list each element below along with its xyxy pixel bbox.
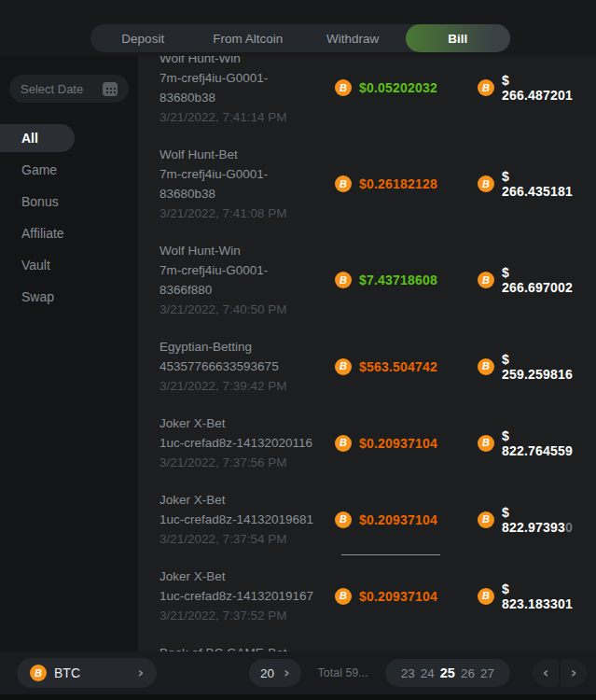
transaction-amount-cell: B$563.504742 xyxy=(335,358,478,375)
filter-list: AllGameBonusAffiliateVaultSwap xyxy=(0,124,138,311)
bitcoin-icon: B xyxy=(335,79,352,96)
tab-bill[interactable]: Bill xyxy=(406,24,511,52)
transaction-balance: $ 259.259816 xyxy=(502,352,583,382)
transaction-balance-cell: B$ 259.259816 xyxy=(478,352,583,382)
select-date-button[interactable]: Select Date xyxy=(9,75,129,103)
bitcoin-icon: B xyxy=(478,588,494,605)
prev-page-button[interactable]: ‹ xyxy=(533,659,559,687)
chevron-left-icon: ‹ xyxy=(543,665,549,680)
top-bar: DepositFrom AltcoinWithdrawBill xyxy=(0,0,596,56)
transaction-name: Joker X-Bet xyxy=(159,567,335,586)
page-number-26[interactable]: 26 xyxy=(461,666,475,680)
transaction-date: 3/21/2022, 7:41:08 PM xyxy=(159,203,335,223)
total-label: Total 59... xyxy=(318,666,368,679)
chevron-right-icon: › xyxy=(137,665,144,680)
bitcoin-icon: B xyxy=(478,511,494,528)
transaction-id: 7m-crefj4iu-G0001- 83680b38 xyxy=(159,164,335,203)
footer-bar: B BTC › 20 › Total 59... 2324252627 ‹ › xyxy=(0,651,596,694)
transaction-name: Wolf Hunt-Win xyxy=(159,56,335,68)
transaction-amount: $0.05202032 xyxy=(359,80,437,95)
sidebar-item-swap[interactable]: Swap xyxy=(0,283,138,311)
main-area: Select Date AllGameBonusAffiliateVaultSw… xyxy=(0,56,596,651)
transaction-list: Wolf Hunt-Win7m-crefj4iu-G0001- 83680b38… xyxy=(159,56,583,651)
transaction-balance: $ 822.973930 xyxy=(502,505,583,535)
select-date-label: Select Date xyxy=(21,82,83,96)
sidebar-item-bonus[interactable]: Bonus xyxy=(0,188,138,216)
page-number-27[interactable]: 27 xyxy=(480,666,494,680)
transaction-info: Joker X-Bet1uc-crefad8z-141320196813/21/… xyxy=(159,490,335,549)
bitcoin-icon: B xyxy=(335,272,352,288)
transaction-amount: $0.20937104 xyxy=(359,436,437,451)
transaction-row: Wolf Hunt-Bet7m-crefj4iu-G0001- 83680b38… xyxy=(159,145,583,223)
transaction-info: Wolf Hunt-Win7m-crefj4iu-G0001- 8366f880… xyxy=(159,241,335,319)
list-divider xyxy=(341,554,440,555)
transaction-info: Egyptian-Betting453577666335936753/21/20… xyxy=(159,337,335,396)
transaction-row: Wolf Hunt-Win7m-crefj4iu-G0001- 83680b38… xyxy=(159,56,583,127)
currency-selector[interactable]: B BTC › xyxy=(17,658,157,688)
page-number-23[interactable]: 23 xyxy=(401,666,415,680)
bitcoin-icon: B xyxy=(478,272,494,288)
sidebar-item-vault[interactable]: Vault xyxy=(0,251,138,279)
transaction-date: 3/21/2022, 7:41:14 PM xyxy=(159,107,335,127)
transaction-balance: $ 822.764559 xyxy=(502,428,583,458)
tab-deposit[interactable]: Deposit xyxy=(90,24,196,52)
page-number-25[interactable]: 25 xyxy=(440,665,455,680)
bitcoin-icon: B xyxy=(335,588,352,605)
sidebar-item-affiliate[interactable]: Affiliate xyxy=(0,219,138,247)
transaction-row: Egyptian-Betting453577666335936753/21/20… xyxy=(159,337,583,396)
page-size-selector[interactable]: 20 › xyxy=(249,659,301,687)
tab-from-altcoin[interactable]: From Altcoin xyxy=(196,24,301,52)
pager-buttons: ‹ › xyxy=(533,659,587,687)
transaction-balance-cell: B$ 266.487201 xyxy=(478,73,583,103)
bitcoin-icon: B xyxy=(478,175,494,192)
next-page-button[interactable]: › xyxy=(561,659,587,687)
transaction-amount: $0.20937104 xyxy=(359,512,437,527)
bill-page: DepositFrom AltcoinWithdrawBill Select D… xyxy=(0,0,596,700)
page-size-value: 20 xyxy=(260,666,274,680)
transaction-balance-cell: B$ 823.183301 xyxy=(478,581,583,611)
tab-bar: DepositFrom AltcoinWithdrawBill xyxy=(90,24,510,52)
bitcoin-icon: B xyxy=(335,511,352,528)
transaction-id: 1uc-crefad8z-14132019681 xyxy=(159,510,335,529)
sidebar: Select Date AllGameBonusAffiliateVaultSw… xyxy=(0,56,138,651)
transaction-id: 7m-crefj4iu-G0001- 83680b38 xyxy=(159,68,335,107)
transaction-name: Book of BC GAME-Bet xyxy=(159,643,335,651)
transaction-amount-cell: B$0.20937104 xyxy=(335,511,478,528)
transaction-balance-cell: B$ 822.973930 xyxy=(478,505,583,535)
transaction-row: Book of BC GAME-Bet xyxy=(159,643,583,651)
transaction-balance-cell: B$ 266.697002 xyxy=(478,265,583,295)
page-number-24[interactable]: 24 xyxy=(421,666,435,680)
transaction-info: Joker X-Bet1uc-crefad8z-141320191673/21/… xyxy=(159,567,335,625)
transaction-balance-dim: 0 xyxy=(565,520,573,535)
pagination: 2324252627 xyxy=(385,659,510,687)
bitcoin-icon: B xyxy=(478,435,494,452)
bitcoin-icon: B xyxy=(335,435,352,452)
transaction-amount-cell: B$0.20937104 xyxy=(335,435,478,452)
transaction-row: Joker X-Bet1uc-crefad8z-141320196813/21/… xyxy=(159,490,583,549)
transaction-id: 1uc-crefad8z-14132020116 xyxy=(159,433,335,453)
sidebar-item-all[interactable]: All xyxy=(0,124,75,152)
transaction-amount: $563.504742 xyxy=(359,359,437,374)
tab-withdraw[interactable]: Withdraw xyxy=(300,24,406,52)
transaction-balance: $ 266.435181 xyxy=(502,169,583,199)
transaction-id: 1uc-crefad8z-14132019167 xyxy=(159,586,335,606)
transaction-panel: Wolf Hunt-Win7m-crefj4iu-G0001- 83680b38… xyxy=(138,56,596,651)
transaction-balance: $ 823.183301 xyxy=(502,581,583,611)
transaction-name: Joker X-Bet xyxy=(159,490,335,510)
bitcoin-icon: B xyxy=(30,665,47,681)
transaction-info: Wolf Hunt-Bet7m-crefj4iu-G0001- 83680b38… xyxy=(159,145,335,223)
transaction-id: 45357766633593675 xyxy=(159,357,335,376)
transaction-name: Joker X-Bet xyxy=(159,413,335,433)
transaction-info: Book of BC GAME-Bet xyxy=(159,643,335,651)
transaction-balance-cell: B$ 822.764559 xyxy=(478,428,583,458)
transaction-amount: $0.20937104 xyxy=(359,589,437,604)
sidebar-item-game[interactable]: Game xyxy=(0,156,138,184)
transaction-amount-cell: B$0.20937104 xyxy=(335,588,478,605)
calendar-icon xyxy=(103,82,118,96)
transaction-date: 3/21/2022, 7:40:50 PM xyxy=(159,300,335,319)
transaction-name: Egyptian-Betting xyxy=(159,337,335,357)
transaction-name: Wolf Hunt-Win xyxy=(159,241,335,260)
transaction-date: 3/21/2022, 7:37:52 PM xyxy=(159,606,335,625)
transaction-date: 3/21/2022, 7:37:56 PM xyxy=(159,453,335,472)
transaction-row: Joker X-Bet1uc-crefad8z-141320201163/21/… xyxy=(159,413,583,472)
